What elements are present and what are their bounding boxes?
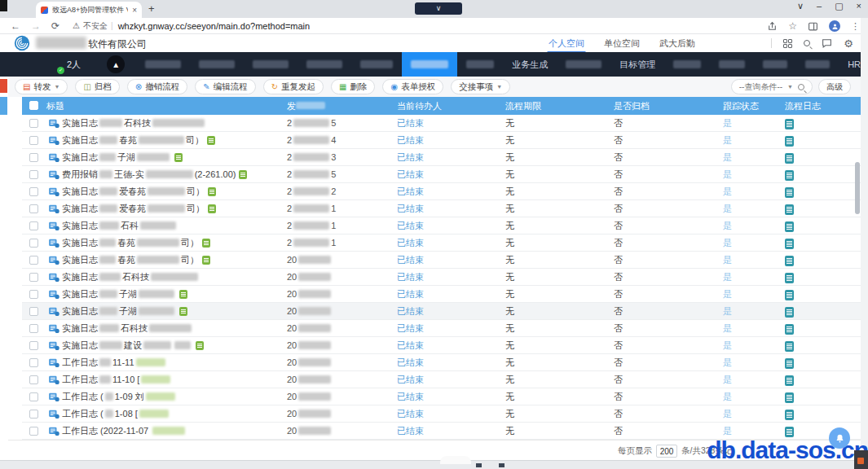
window-restore-down-icon[interactable]: ∨ (797, 1, 804, 11)
row-checkbox[interactable] (29, 358, 38, 367)
table-row[interactable]: 工作日志 (1-08 [20已结束无否是 (22, 405, 861, 423)
row-title-link[interactable]: 工作日志11-11 (62, 354, 167, 371)
process-log-icon[interactable] (785, 392, 794, 403)
gear-icon[interactable]: ⚙ (844, 38, 853, 49)
toolbar-button-归档[interactable]: ◫归档 (75, 79, 119, 94)
process-log-cell[interactable] (785, 149, 794, 166)
row-checkbox[interactable] (29, 375, 38, 384)
row-checkbox[interactable] (29, 136, 38, 145)
process-log-cell[interactable] (785, 354, 794, 371)
table-row[interactable]: 实施日志子湖23已结束无否是 (22, 149, 861, 166)
process-log-icon[interactable] (785, 410, 794, 420)
row-title-link[interactable]: 工作日志11-10 [ (62, 371, 172, 388)
nav-item[interactable] (664, 52, 710, 77)
current-handler-link[interactable]: 已结束 (397, 200, 424, 217)
track-status-link[interactable]: 是 (723, 183, 732, 200)
forward-icon[interactable]: → (31, 20, 41, 32)
nav-item[interactable]: 目标管理 (610, 52, 664, 77)
current-handler-link[interactable]: 已结束 (397, 286, 424, 303)
back-icon[interactable]: ← (11, 20, 20, 32)
table-row[interactable]: 工作日志 (1-09 刘20已结束无否是 (22, 388, 861, 405)
track-status-link[interactable]: 是 (723, 354, 732, 371)
row-checkbox[interactable] (29, 324, 38, 333)
row-title-link[interactable]: 实施日志子湖 (62, 149, 183, 166)
nav-item[interactable] (297, 52, 351, 77)
track-status-link[interactable]: 是 (723, 234, 732, 252)
process-log-cell[interactable] (785, 286, 794, 303)
process-log-cell[interactable] (785, 115, 794, 132)
row-checkbox[interactable] (29, 392, 38, 401)
table-row[interactable]: 实施日志石科技20已结束无否是 (22, 269, 861, 286)
current-handler-link[interactable]: 已结束 (397, 354, 424, 371)
process-log-icon[interactable] (785, 290, 794, 300)
page-size-input[interactable]: 200 (656, 445, 677, 458)
current-handler-link[interactable]: 已结束 (397, 115, 424, 132)
process-log-cell[interactable] (785, 166, 794, 183)
column-header-track[interactable]: 跟踪状态 (723, 97, 759, 115)
track-status-link[interactable]: 是 (723, 269, 732, 286)
table-row[interactable]: 实施日志爱春苑司）21已结束无否是 (22, 200, 861, 217)
process-log-cell[interactable] (785, 388, 794, 405)
table-row[interactable]: 费用报销王德-实(2-261.00)25已结束无否是 (22, 166, 861, 183)
row-title-link[interactable]: 工作日志 (1-09 刘 (62, 388, 177, 405)
track-status-link[interactable]: 是 (723, 303, 732, 320)
row-checkbox[interactable] (29, 341, 38, 350)
track-status-link[interactable]: 是 (723, 132, 732, 149)
row-checkbox[interactable] (29, 427, 38, 436)
process-log-icon[interactable] (785, 375, 794, 386)
space-tab[interactable]: 单位空间 (604, 37, 640, 50)
tab-close-icon[interactable]: × (132, 6, 137, 15)
track-status-link[interactable]: 是 (723, 405, 732, 423)
process-log-cell[interactable] (785, 132, 794, 149)
profile-avatar[interactable] (829, 20, 840, 32)
track-status-link[interactable]: 是 (723, 115, 732, 132)
process-log-cell[interactable] (785, 371, 794, 388)
app-grid-icon[interactable] (783, 39, 792, 48)
toolbar-button-撤销流程[interactable]: ⊗撤销流程 (127, 79, 187, 94)
table-row[interactable]: 工作日志11-10 [20已结束无否是 (22, 371, 861, 388)
process-log-icon[interactable] (785, 170, 794, 181)
nav-item[interactable] (190, 52, 244, 77)
toolbar-button-表单授权[interactable]: ◉表单授权 (382, 79, 443, 94)
table-row[interactable]: 实施日志春苑司）20已结束无否是 (22, 252, 861, 269)
browser-menu-icon[interactable]: ⋮ (851, 21, 860, 32)
current-handler-link[interactable]: 已结束 (397, 149, 424, 166)
current-handler-link[interactable]: 已结束 (397, 303, 424, 320)
row-title-link[interactable]: 实施日志石科技 (62, 115, 206, 132)
process-log-icon[interactable] (785, 187, 794, 198)
row-title-link[interactable]: 实施日志石科 (62, 217, 178, 234)
table-row[interactable]: 实施日志春苑司）24已结束无否是 (22, 132, 861, 149)
process-log-icon[interactable] (785, 256, 794, 266)
space-tab[interactable]: 个人空间 (549, 37, 584, 50)
current-handler-link[interactable]: 已结束 (397, 166, 424, 183)
tab-search-button[interactable]: ∨ (415, 2, 462, 15)
current-handler-link[interactable]: 已结束 (397, 269, 424, 286)
current-handler-link[interactable]: 已结束 (397, 320, 424, 337)
process-log-cell[interactable] (785, 337, 794, 354)
column-header-title[interactable]: 标题 (46, 97, 64, 115)
table-row[interactable]: 实施日志春苑司）21已结束无否是 (22, 234, 861, 252)
process-log-icon[interactable] (785, 221, 794, 232)
online-status-avatar[interactable]: ✓ (46, 56, 62, 72)
process-log-cell[interactable] (785, 269, 794, 286)
process-log-icon[interactable] (785, 324, 794, 335)
process-log-icon[interactable] (785, 239, 794, 249)
row-checkbox[interactable] (29, 221, 38, 230)
new-tab-button[interactable]: + (148, 2, 155, 15)
track-status-link[interactable]: 是 (723, 217, 732, 234)
row-checkbox[interactable] (29, 119, 38, 128)
nav-item[interactable] (351, 52, 402, 77)
process-log-cell[interactable] (785, 200, 794, 217)
window-maximize-icon[interactable]: ▢ (835, 1, 843, 11)
process-log-icon[interactable] (785, 153, 794, 164)
row-checkbox[interactable] (29, 153, 38, 162)
space-tab[interactable]: 武大后勤 (659, 37, 695, 50)
row-title-link[interactable]: 实施日志春苑司） (62, 252, 210, 269)
column-header-todo[interactable]: 当前待办人 (397, 97, 442, 115)
window-minimize-icon[interactable]: – (817, 1, 822, 11)
track-status-link[interactable]: 是 (723, 337, 732, 354)
track-status-link[interactable]: 是 (723, 371, 732, 388)
process-log-cell[interactable] (785, 320, 794, 337)
chat-icon[interactable] (822, 38, 832, 48)
seeyon-logo-icon[interactable]: ▲ (107, 55, 125, 73)
